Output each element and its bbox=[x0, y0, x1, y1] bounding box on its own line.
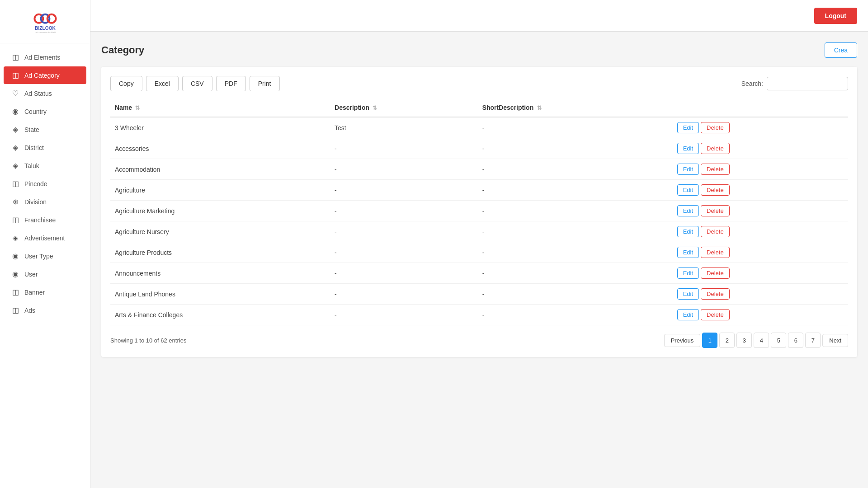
table-row: Accommodation--EditDelete bbox=[110, 159, 848, 180]
logout-button[interactable]: Logout bbox=[814, 8, 857, 24]
edit-button-5[interactable]: Edit bbox=[677, 226, 699, 237]
cell-name-9: Arts & Finance Colleges bbox=[110, 305, 330, 325]
edit-button-1[interactable]: Edit bbox=[677, 143, 699, 154]
delete-button-7[interactable]: Delete bbox=[701, 267, 730, 279]
cell-short-description-6: - bbox=[478, 242, 673, 263]
nav-icon-user-type: ◉ bbox=[11, 252, 20, 260]
page-button-5[interactable]: 5 bbox=[771, 333, 786, 348]
delete-button-8[interactable]: Delete bbox=[701, 288, 730, 300]
edit-button-4[interactable]: Edit bbox=[677, 205, 699, 216]
cell-name-7: Announcements bbox=[110, 263, 330, 284]
sidebar-item-taluk[interactable]: ◈Taluk bbox=[4, 157, 86, 174]
cell-short-description-8: - bbox=[478, 284, 673, 305]
sidebar-navigation: ◫Ad Elements◫Ad Category♡Ad Status◉Count… bbox=[0, 43, 90, 324]
delete-button-0[interactable]: Delete bbox=[701, 122, 730, 133]
sidebar-item-ad-category[interactable]: ◫Ad Category bbox=[4, 66, 86, 84]
export-buttons: CopyExcelCSVPDFPrint bbox=[110, 76, 280, 91]
cell-description-0: Test bbox=[330, 117, 478, 138]
sidebar-item-user[interactable]: ◉User bbox=[4, 265, 86, 283]
search-input[interactable] bbox=[767, 77, 848, 90]
cell-name-8: Antique Land Phones bbox=[110, 284, 330, 305]
page-button-7[interactable]: 7 bbox=[805, 333, 821, 348]
cell-description-6: - bbox=[330, 242, 478, 263]
previous-button[interactable]: Previous bbox=[664, 334, 701, 347]
cell-actions-3: EditDelete bbox=[673, 180, 848, 201]
page-button-4[interactable]: 4 bbox=[754, 333, 769, 348]
cell-name-3: Agriculture bbox=[110, 180, 330, 201]
export-bar: CopyExcelCSVPDFPrint Search: bbox=[110, 76, 848, 91]
sidebar-item-ad-status[interactable]: ♡Ad Status bbox=[4, 84, 86, 102]
nav-label-district: District bbox=[24, 144, 44, 151]
svg-text:Let's Harmonize the World: Let's Harmonize the World bbox=[35, 31, 56, 33]
content-area: Category Crea CopyExcelCSVPDFPrint Searc… bbox=[90, 32, 868, 488]
export-copy-button[interactable]: Copy bbox=[110, 76, 142, 91]
delete-button-9[interactable]: Delete bbox=[701, 309, 730, 320]
sidebar-item-advertisement[interactable]: ◈Advertisement bbox=[4, 229, 86, 247]
sidebar-item-ad-elements[interactable]: ◫Ad Elements bbox=[4, 48, 86, 66]
cell-actions-1: EditDelete bbox=[673, 138, 848, 159]
sidebar-item-franchisee[interactable]: ◫Franchisee bbox=[4, 211, 86, 229]
sidebar-item-state[interactable]: ◈State bbox=[4, 121, 86, 138]
table-row: Agriculture Products--EditDelete bbox=[110, 242, 848, 263]
export-csv-button[interactable]: CSV bbox=[182, 76, 212, 91]
edit-button-7[interactable]: Edit bbox=[677, 267, 699, 279]
page-button-2[interactable]: 2 bbox=[719, 333, 735, 348]
table-row: Accessories--EditDelete bbox=[110, 138, 848, 159]
export-pdf-button[interactable]: PDF bbox=[216, 76, 246, 91]
cell-description-3: - bbox=[330, 180, 478, 201]
table-header: Name ⇅Description ⇅ShortDescription ⇅ bbox=[110, 99, 848, 117]
edit-button-9[interactable]: Edit bbox=[677, 309, 699, 320]
cell-short-description-1: - bbox=[478, 138, 673, 159]
edit-button-2[interactable]: Edit bbox=[677, 164, 699, 175]
cell-description-2: - bbox=[330, 159, 478, 180]
nav-label-ads: Ads bbox=[24, 307, 35, 314]
sidebar-item-ads[interactable]: ◫Ads bbox=[4, 301, 86, 319]
cell-description-4: - bbox=[330, 201, 478, 221]
nav-icon-ad-status: ♡ bbox=[11, 89, 20, 98]
cell-short-description-7: - bbox=[478, 263, 673, 284]
delete-button-5[interactable]: Delete bbox=[701, 226, 730, 237]
nav-label-ad-elements: Ad Elements bbox=[24, 54, 60, 61]
cell-short-description-3: - bbox=[478, 180, 673, 201]
edit-button-8[interactable]: Edit bbox=[677, 288, 699, 300]
cell-short-description-5: - bbox=[478, 221, 673, 242]
edit-button-3[interactable]: Edit bbox=[677, 184, 699, 196]
edit-button-6[interactable]: Edit bbox=[677, 247, 699, 258]
logo-container: BIZLOOK Let's Harmonize the World bbox=[0, 0, 90, 43]
export-print-button[interactable]: Print bbox=[250, 76, 280, 91]
create-button[interactable]: Crea bbox=[825, 42, 857, 58]
cell-actions-2: EditDelete bbox=[673, 159, 848, 180]
next-button[interactable]: Next bbox=[822, 334, 848, 347]
table-row: Antique Land Phones--EditDelete bbox=[110, 284, 848, 305]
page-button-1[interactable]: 1 bbox=[702, 333, 717, 348]
cell-name-2: Accommodation bbox=[110, 159, 330, 180]
cell-name-6: Agriculture Products bbox=[110, 242, 330, 263]
nav-label-pincode: Pincode bbox=[24, 180, 47, 188]
delete-button-2[interactable]: Delete bbox=[701, 164, 730, 175]
nav-icon-ad-elements: ◫ bbox=[11, 53, 20, 61]
sidebar-item-district[interactable]: ◈District bbox=[4, 139, 86, 156]
sidebar-item-user-type[interactable]: ◉User Type bbox=[4, 247, 86, 265]
cell-name-0: 3 Wheeler bbox=[110, 117, 330, 138]
col-description[interactable]: Description ⇅ bbox=[330, 99, 478, 117]
delete-button-6[interactable]: Delete bbox=[701, 247, 730, 258]
nav-label-advertisement: Advertisement bbox=[24, 235, 65, 242]
sidebar-item-country[interactable]: ◉Country bbox=[4, 103, 86, 120]
sidebar-item-division[interactable]: ⊕Division bbox=[4, 193, 86, 211]
cell-actions-8: EditDelete bbox=[673, 284, 848, 305]
sidebar-item-pincode[interactable]: ◫Pincode bbox=[4, 175, 86, 192]
export-excel-button[interactable]: Excel bbox=[146, 76, 179, 91]
delete-button-3[interactable]: Delete bbox=[701, 184, 730, 196]
nav-icon-banner: ◫ bbox=[11, 288, 20, 296]
col-short_description[interactable]: ShortDescription ⇅ bbox=[478, 99, 673, 117]
page-button-3[interactable]: 3 bbox=[736, 333, 752, 348]
delete-button-1[interactable]: Delete bbox=[701, 143, 730, 154]
edit-button-0[interactable]: Edit bbox=[677, 122, 699, 133]
delete-button-4[interactable]: Delete bbox=[701, 205, 730, 216]
page-button-6[interactable]: 6 bbox=[788, 333, 803, 348]
sidebar: BIZLOOK Let's Harmonize the World ◫Ad El… bbox=[0, 0, 90, 488]
col-name[interactable]: Name ⇅ bbox=[110, 99, 330, 117]
sort-icon-short_description: ⇅ bbox=[535, 105, 541, 111]
page-title: Category bbox=[101, 44, 144, 56]
sidebar-item-banner[interactable]: ◫Banner bbox=[4, 283, 86, 301]
